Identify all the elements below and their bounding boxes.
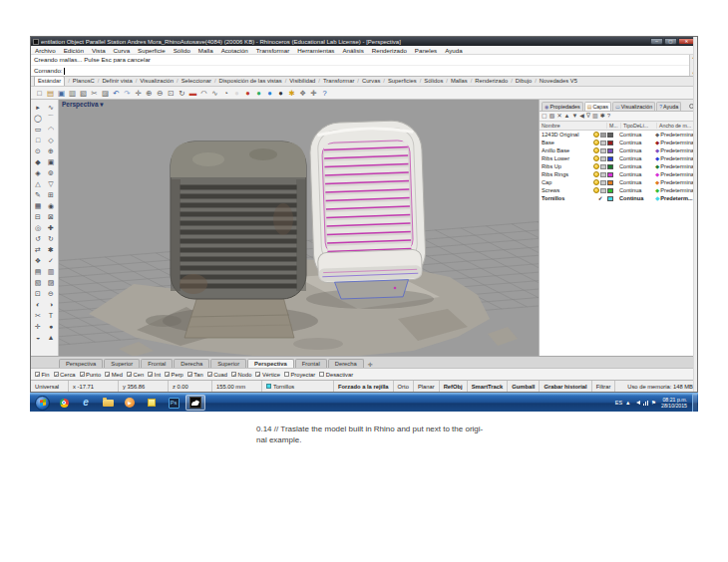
- command-prompt[interactable]: Comando:: [31, 65, 697, 76]
- menu-item[interactable]: Vista: [88, 47, 110, 54]
- layer-row[interactable]: Ribs Rings Continua Predeterminad: [540, 170, 697, 178]
- layer-print-width[interactable]: Predeterminad: [655, 140, 697, 145]
- osnap-toggle[interactable]: Punto: [80, 372, 102, 378]
- tool-icon[interactable]: ◆: [32, 156, 45, 167]
- layer-column-header[interactable]: Ancho de m...: [657, 123, 697, 129]
- layer-toolbar-icon[interactable]: ▼: [571, 112, 577, 121]
- status-toggle[interactable]: SmartTrack: [468, 381, 509, 392]
- layer-visibility-bulb-icon[interactable]: [593, 171, 600, 177]
- title-bar[interactable]: entilation Object Parallel Station Andre…: [31, 37, 697, 46]
- toolbar-tab[interactable]: Renderizado: [468, 77, 509, 86]
- taskbar-chrome-icon[interactable]: [54, 395, 74, 411]
- osnap-toggle[interactable]: Int: [148, 372, 161, 378]
- menu-item[interactable]: Transformar: [252, 47, 293, 54]
- toolbar-icon[interactable]: ▧: [78, 88, 89, 99]
- tool-icon[interactable]: ❖: [32, 255, 45, 266]
- toolbar-icon[interactable]: ⊡: [166, 88, 177, 99]
- layer-color-swatch[interactable]: [607, 140, 613, 145]
- action-center-flag-icon[interactable]: ⚑: [651, 400, 656, 406]
- toolbar-icon[interactable]: ⊖: [155, 88, 166, 99]
- toolbar-icon[interactable]: ✂: [89, 88, 100, 99]
- toolbar-icon[interactable]: ▨: [100, 88, 111, 99]
- tool-icon[interactable]: ⊡: [32, 288, 45, 299]
- tool-icon[interactable]: ▥: [45, 266, 58, 277]
- osnap-toggle[interactable]: Tan: [187, 372, 203, 378]
- toolbar-icon[interactable]: ❖: [297, 88, 308, 99]
- layer-row[interactable]: Tornillos ✓ Continua Predeterm...: [540, 194, 697, 202]
- layer-visibility-bulb-icon[interactable]: [593, 163, 600, 169]
- osnap-toggle[interactable]: Cen: [127, 372, 144, 378]
- layer-toolbar-icon[interactable]: ?: [607, 112, 610, 121]
- menu-item[interactable]: Herramientas: [293, 47, 338, 54]
- osnap-toggle[interactable]: Proyectar: [284, 372, 315, 378]
- layer-column-header[interactable]: Nombre: [540, 123, 607, 129]
- cplane-cell[interactable]: Universal: [31, 381, 69, 392]
- menu-item[interactable]: Malla: [194, 47, 217, 54]
- tool-icon[interactable]: ⊞: [45, 189, 58, 200]
- taskbar-notes-icon[interactable]: [142, 395, 162, 411]
- viewport-tab[interactable]: Frontal: [141, 359, 173, 368]
- layer-visibility-bulb-icon[interactable]: [593, 132, 600, 138]
- hidden-icons-arrow-icon[interactable]: ▲: [625, 400, 630, 406]
- clock[interactable]: 08:21 p.m. 28/10/2015: [659, 397, 689, 410]
- menu-item[interactable]: Análisis: [338, 47, 367, 54]
- layer-toolbar-icon[interactable]: ✱: [600, 112, 605, 121]
- menu-item[interactable]: Superficie: [134, 47, 170, 54]
- tool-icon[interactable]: ▽: [45, 178, 58, 189]
- viewport-tab[interactable]: Perspectiva: [59, 359, 103, 368]
- layer-linetype[interactable]: Continua: [619, 195, 655, 201]
- layer-linetype[interactable]: Continua: [619, 140, 655, 145]
- layer-linetype[interactable]: Continua: [619, 132, 655, 138]
- toolbar-icon[interactable]: ●: [264, 88, 275, 99]
- layer-print-width[interactable]: Predeterminad: [655, 147, 697, 153]
- tool-icon[interactable]: ▧: [32, 277, 45, 288]
- tool-icon[interactable]: ✛: [32, 321, 45, 332]
- toolbar-icon[interactable]: ▤: [45, 88, 56, 99]
- layer-toolbar-icon[interactable]: ▥: [592, 112, 598, 121]
- toolbar-tab[interactable]: Estándar: [34, 76, 65, 86]
- layer-toolbar-icon[interactable]: ∇: [586, 112, 590, 121]
- toolbar-tab[interactable]: Superficies: [380, 77, 416, 86]
- layer-color-swatch[interactable]: [607, 172, 613, 177]
- osnap-toggle[interactable]: Cuad: [207, 372, 227, 378]
- layer-print-width[interactable]: Predeterminad: [655, 155, 697, 161]
- toolbar-icon[interactable]: ▥: [67, 88, 78, 99]
- viewport-tab[interactable]: Perspectiva: [247, 359, 294, 368]
- toolbar-icon[interactable]: ⊕: [144, 88, 155, 99]
- layer-visibility-bulb-icon[interactable]: [593, 147, 600, 153]
- layer-linetype[interactable]: Continua: [619, 147, 655, 153]
- tool-icon[interactable]: ∿: [45, 102, 58, 113]
- status-toggle[interactable]: Orto: [394, 381, 414, 392]
- layer-row[interactable]: Cap Continua Predeterminad: [540, 178, 697, 186]
- tool-icon[interactable]: ▸: [32, 102, 45, 113]
- tool-icon[interactable]: ✂: [32, 310, 45, 321]
- status-toggle[interactable]: Planar: [414, 381, 440, 392]
- volume-icon[interactable]: [634, 401, 640, 405]
- layer-row[interactable]: Screws Continua Predeterminad: [540, 186, 697, 194]
- layer-linetype[interactable]: Continua: [619, 179, 655, 185]
- language-indicator[interactable]: ES: [615, 400, 622, 406]
- toolbar-icon[interactable]: ◔: [220, 88, 231, 99]
- viewport-label[interactable]: Perspectiva ▾: [62, 101, 104, 109]
- toolbar-tab[interactable]: Visualización: [133, 77, 174, 86]
- menu-item[interactable]: Paneles: [411, 47, 441, 54]
- toolbar-tab[interactable]: Curvas: [354, 77, 380, 86]
- panel-tab[interactable]: ◉ Propiedades: [542, 102, 583, 111]
- menu-item[interactable]: Sólido: [170, 47, 194, 54]
- layer-linetype[interactable]: Continua: [619, 171, 655, 177]
- tool-icon[interactable]: ⌒: [45, 113, 58, 124]
- tool-icon[interactable]: ⊟: [32, 211, 45, 222]
- layer-print-width[interactable]: Predeterm...: [655, 195, 697, 201]
- tool-icon[interactable]: ✓: [45, 255, 58, 266]
- layer-toolbar-icon[interactable]: ▢: [542, 112, 547, 121]
- menu-item[interactable]: Acotación: [217, 47, 252, 54]
- layer-lock-icon[interactable]: [600, 140, 607, 146]
- tool-icon[interactable]: ▭: [32, 124, 45, 135]
- layer-print-width[interactable]: Predeterminad: [655, 171, 697, 177]
- tool-icon[interactable]: ◉: [45, 200, 58, 211]
- tool-icon[interactable]: ◐: [32, 299, 45, 310]
- tool-icon[interactable]: ▨: [45, 277, 58, 288]
- add-viewport-tab-button[interactable]: ✛: [365, 361, 376, 368]
- tool-icon[interactable]: ▣: [45, 156, 58, 167]
- toolbar-icon[interactable]: ●: [253, 88, 264, 99]
